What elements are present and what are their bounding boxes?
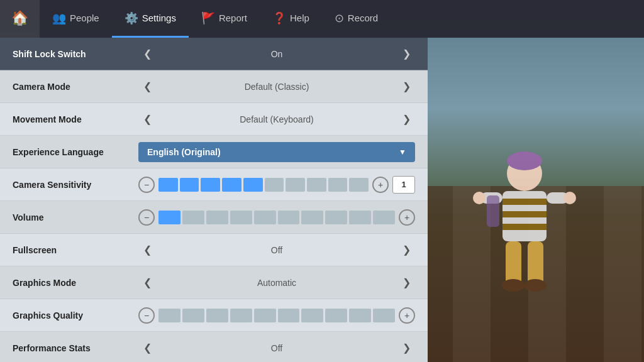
nav-bar: 🏠 👥 People ⚙️ Settings 🚩 Report ❓ Help ⊙…	[0, 0, 644, 38]
experience-language-dropdown-value: English (Original)	[147, 147, 221, 157]
performance-stats-right-arrow[interactable]: ❯	[397, 339, 415, 357]
graphics-quality-plus-button[interactable]: +	[399, 307, 415, 324]
movement-mode-left-arrow[interactable]: ❮	[138, 111, 156, 128]
nav-item-people[interactable]: 👥 People	[40, 0, 112, 38]
graphics-quality-block-5[interactable]	[278, 309, 300, 322]
volume-block-5[interactable]	[278, 211, 300, 224]
setting-label-performance-stats: Performance Stats	[13, 343, 138, 353]
setting-label-volume: Volume	[13, 212, 138, 222]
volume-block-7[interactable]	[325, 211, 347, 224]
volume-block-1[interactable]	[182, 211, 204, 224]
camera-sensitivity-plus-button[interactable]: +	[372, 177, 389, 193]
movement-mode-right-arrow[interactable]: ❯	[397, 111, 415, 128]
record-icon: ⊙	[335, 11, 344, 25]
nav-item-record[interactable]: ⊙ Record	[322, 0, 391, 38]
setting-control-movement-mode: ❮Default (Keyboard)❯	[138, 111, 415, 128]
settings-panel: Shift Lock Switch❮On❯Camera Mode❮Default…	[0, 38, 428, 362]
graphics-mode-left-arrow[interactable]: ❮	[138, 274, 156, 292]
setting-label-experience-language: Experience Language	[13, 147, 138, 157]
graphics-mode-value: Automatic	[161, 278, 392, 288]
camera-sensitivity-block-9[interactable]	[349, 178, 369, 192]
camera-sensitivity-block-8[interactable]	[328, 178, 348, 192]
volume-plus-button[interactable]: +	[399, 209, 415, 226]
volume-slider-control: −+	[138, 209, 415, 226]
graphics-quality-slider-control: −+	[138, 307, 415, 324]
setting-control-graphics-mode: ❮Automatic❯	[138, 274, 415, 292]
camera-mode-value: Default (Classic)	[161, 82, 392, 92]
setting-row-fullscreen: Fullscreen❮Off❯	[0, 234, 428, 266]
setting-row-camera-mode: Camera Mode❮Default (Classic)❯	[0, 70, 428, 103]
camera-sensitivity-input[interactable]	[392, 176, 415, 194]
volume-block-6[interactable]	[301, 211, 323, 224]
experience-language-dropdown-button[interactable]: English (Original)▼	[138, 142, 415, 162]
graphics-quality-block-4[interactable]	[254, 309, 276, 322]
report-icon: 🚩	[201, 11, 215, 25]
setting-control-graphics-quality: −+	[138, 307, 415, 324]
camera-sensitivity-slider-blocks[interactable]	[158, 178, 369, 192]
nav-item-report[interactable]: 🚩 Report	[189, 0, 260, 38]
setting-label-camera-sensitivity: Camera Sensitivity	[13, 180, 138, 190]
graphics-quality-block-8[interactable]	[349, 309, 371, 322]
setting-row-performance-stats: Performance Stats❮Off❯	[0, 332, 428, 362]
graphics-quality-block-3[interactable]	[230, 309, 252, 322]
graphics-quality-block-1[interactable]	[182, 309, 204, 322]
setting-row-camera-sensitivity: Camera Sensitivity−+	[0, 168, 428, 201]
volume-block-3[interactable]	[230, 211, 252, 224]
volume-block-2[interactable]	[206, 211, 228, 224]
shift-lock-switch-value: On	[161, 49, 392, 59]
camera-sensitivity-block-5[interactable]	[265, 178, 284, 192]
setting-label-fullscreen: Fullscreen	[13, 245, 138, 255]
shift-lock-switch-left-arrow[interactable]: ❮	[138, 45, 156, 63]
setting-label-graphics-mode: Graphics Mode	[13, 278, 138, 288]
camera-sensitivity-block-6[interactable]	[286, 178, 305, 192]
nav-label-help: Help	[290, 13, 309, 23]
performance-stats-left-arrow[interactable]: ❮	[138, 339, 156, 357]
shift-lock-switch-right-arrow[interactable]: ❯	[397, 45, 415, 63]
setting-control-performance-stats: ❮Off❯	[138, 339, 415, 357]
camera-sensitivity-block-2[interactable]	[201, 178, 220, 192]
graphics-quality-block-7[interactable]	[325, 309, 347, 322]
nav-item-help[interactable]: ❓ Help	[260, 0, 322, 38]
setting-row-graphics-mode: Graphics Mode❮Automatic❯	[0, 266, 428, 299]
setting-label-shift-lock-switch: Shift Lock Switch	[13, 49, 138, 59]
nav-item-settings[interactable]: ⚙️ Settings	[112, 0, 189, 38]
volume-block-4[interactable]	[254, 211, 276, 224]
graphics-quality-block-2[interactable]	[206, 309, 228, 322]
graphics-quality-block-9[interactable]	[373, 309, 395, 322]
volume-block-9[interactable]	[373, 211, 395, 224]
fullscreen-right-arrow[interactable]: ❯	[397, 241, 415, 259]
volume-minus-button[interactable]: −	[138, 209, 155, 226]
camera-mode-left-arrow[interactable]: ❮	[138, 78, 156, 96]
graphics-mode-right-arrow[interactable]: ❯	[397, 274, 415, 292]
camera-sensitivity-block-3[interactable]	[222, 178, 242, 192]
graphics-quality-block-0[interactable]	[158, 309, 180, 322]
camera-sensitivity-slider-control: −+	[138, 176, 415, 194]
volume-block-0[interactable]	[158, 211, 180, 224]
camera-sensitivity-minus-button[interactable]: −	[138, 177, 155, 193]
nav-label-record: Record	[348, 13, 378, 23]
setting-label-camera-mode: Camera Mode	[13, 82, 138, 92]
setting-row-experience-language: Experience LanguageEnglish (Original)▼	[0, 136, 428, 168]
setting-row-shift-lock-switch: Shift Lock Switch❮On❯	[0, 38, 428, 70]
camera-sensitivity-block-4[interactable]	[243, 178, 263, 192]
camera-sensitivity-block-7[interactable]	[307, 178, 326, 192]
graphics-quality-block-6[interactable]	[301, 309, 323, 322]
graphics-quality-minus-button[interactable]: −	[138, 307, 155, 324]
setting-control-shift-lock-switch: ❮On❯	[138, 45, 415, 63]
fullscreen-left-arrow[interactable]: ❮	[138, 241, 156, 259]
nav-label-settings: Settings	[142, 13, 176, 23]
setting-control-volume: −+	[138, 209, 415, 226]
home-icon: 🏠	[11, 10, 28, 26]
volume-slider-blocks[interactable]	[158, 211, 395, 224]
camera-mode-right-arrow[interactable]: ❯	[397, 78, 415, 96]
setting-row-movement-mode: Movement Mode❮Default (Keyboard)❯	[0, 103, 428, 136]
camera-sensitivity-block-1[interactable]	[180, 178, 199, 192]
performance-stats-value: Off	[161, 343, 392, 353]
graphics-quality-slider-blocks[interactable]	[158, 309, 395, 322]
nav-label-people: People	[70, 13, 99, 23]
nav-home-button[interactable]: 🏠	[0, 0, 40, 38]
camera-sensitivity-block-0[interactable]	[158, 178, 178, 192]
experience-language-dropdown[interactable]: English (Original)▼	[138, 142, 415, 162]
setting-label-movement-mode: Movement Mode	[13, 114, 138, 124]
volume-block-8[interactable]	[349, 211, 371, 224]
